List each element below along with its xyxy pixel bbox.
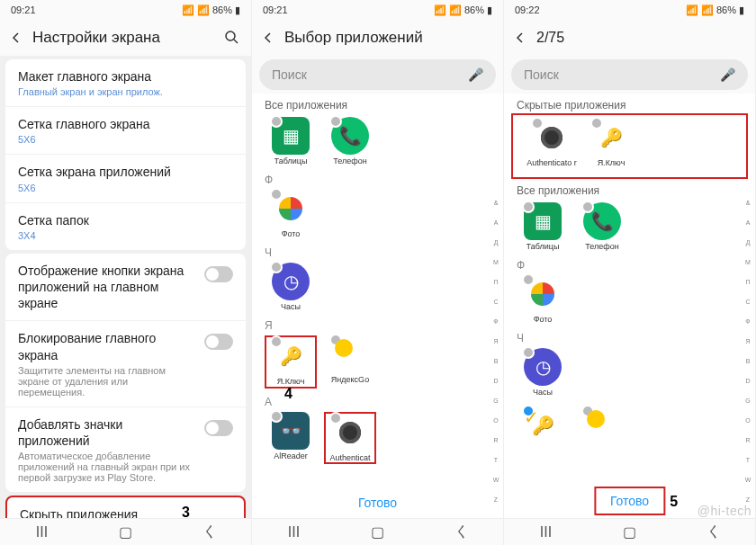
back-icon[interactable]	[515, 32, 526, 43]
app-yakey-checked[interactable]: ✓🔑	[517, 407, 569, 444]
select-dot[interactable]	[581, 201, 594, 213]
app-row: ▦Таблицы 📞Телефон	[504, 199, 755, 257]
back-icon[interactable]	[263, 32, 274, 43]
status-bar: 09:21 📶 📶 86% ▮	[0, 0, 251, 20]
status-time: 09:21	[263, 4, 288, 15]
nav-recents[interactable]: III	[537, 527, 555, 538]
setting-home-grid[interactable]: Сетка главного экрана5X6	[5, 107, 246, 155]
screen-hidden-apps: 09:22 📶📶86%▮ 2/75 Поиск 🎤 Скрытые прилож…	[504, 0, 756, 545]
section-all-apps: Все приложения	[252, 94, 503, 113]
setting-apps-button[interactable]: Отображение кнопки экрана приложений на …	[5, 254, 246, 322]
selection-count: 2/75	[536, 30, 564, 46]
toggle-off[interactable]	[204, 420, 233, 436]
content: Макет главного экранаГлавный экран и экр…	[0, 56, 251, 545]
select-dot-checked[interactable]: ✓	[522, 405, 535, 417]
screen-settings: 09:21 📶 📶 86% ▮ Настройки экрана Макет г…	[0, 0, 252, 545]
select-dot[interactable]	[590, 117, 603, 130]
watermark: @hi-tech	[698, 504, 752, 518]
app-row: Фото	[504, 272, 755, 330]
done-button[interactable]: Готово 5	[594, 487, 665, 515]
app-tables[interactable]: ▦Таблицы	[517, 202, 569, 252]
battery-icon: ▮	[235, 4, 240, 16]
app-yakey[interactable]: 🔑Я.Ключ	[265, 335, 317, 389]
nav-back[interactable]: く	[453, 527, 471, 538]
nav-back[interactable]: く	[705, 527, 723, 538]
alpha-index[interactable]: &АДМПСФЯBDGORTWZ	[490, 192, 501, 509]
app-phone[interactable]: 📞Телефон	[576, 202, 628, 252]
select-dot[interactable]	[270, 188, 283, 201]
nav-home[interactable]: ▢	[621, 527, 639, 538]
mic-icon[interactable]: 🎤	[468, 67, 483, 82]
battery-text: 86%	[464, 4, 484, 15]
section-hidden-apps: Скрытые приложения	[504, 94, 755, 113]
status-time: 09:21	[11, 4, 36, 15]
app-authenticator[interactable]: Authenticat	[324, 412, 376, 465]
app-phone[interactable]: 📞Телефон	[324, 117, 376, 166]
nav-home[interactable]: ▢	[117, 527, 135, 538]
select-dot[interactable]	[270, 335, 283, 348]
app-yandexgo[interactable]	[576, 407, 628, 444]
select-dot[interactable]	[581, 405, 594, 417]
app-clock[interactable]: ◷Часы	[517, 348, 569, 398]
select-dot[interactable]	[329, 334, 342, 346]
select-dot[interactable]	[270, 410, 283, 423]
setting-lock-home[interactable]: Блокирование главного экранаЗащитите эле…	[5, 321, 246, 407]
app-row: ▦Таблицы 📞Телефон	[252, 113, 503, 172]
status-right: 📶 📶 86% ▮	[182, 4, 240, 16]
battery-text: 86%	[716, 4, 736, 15]
select-dot[interactable]	[522, 201, 535, 213]
app-row: Authenticato r 🔑Я.Ключ	[513, 115, 746, 174]
select-dot[interactable]	[270, 261, 283, 273]
wifi-icon: 📶	[434, 4, 446, 16]
letter-f: Ф	[504, 257, 755, 272]
mic-icon[interactable]: 🎤	[720, 67, 735, 82]
letter-ya: Я	[252, 317, 503, 332]
done-button[interactable]: Готово	[344, 490, 411, 515]
search-input[interactable]: Поиск 🎤	[259, 59, 496, 90]
app-yandexgo[interactable]: ЯндексGo	[324, 335, 376, 389]
app-row: ✓🔑	[504, 403, 755, 450]
app-clock[interactable]: ◷Часы	[265, 263, 317, 312]
app-tables[interactable]: ▦Таблицы	[265, 117, 317, 166]
app-alreader[interactable]: 👓AlReader	[265, 412, 317, 465]
setting-add-icons[interactable]: Добавлять значки приложенийАвтоматическо…	[5, 407, 246, 492]
select-dot[interactable]	[522, 346, 535, 359]
search-placeholder: Поиск	[524, 67, 559, 82]
toggle-off[interactable]	[204, 334, 233, 350]
app-photos[interactable]: Фото	[517, 275, 569, 325]
nav-home[interactable]: ▢	[369, 527, 387, 538]
select-dot[interactable]	[270, 115, 283, 128]
navbar: III ▢ く	[504, 518, 755, 545]
setting-home-layout[interactable]: Макет главного экранаГлавный экран и экр…	[5, 59, 246, 107]
nav-recents[interactable]: III	[285, 527, 303, 538]
select-dot[interactable]	[522, 273, 535, 286]
select-dot[interactable]	[329, 412, 342, 424]
status-right: 📶📶86%▮	[434, 4, 492, 16]
select-dot[interactable]	[531, 117, 544, 130]
toggle-off[interactable]	[204, 266, 233, 282]
app-authenticator[interactable]: Authenticato r	[526, 119, 578, 168]
screen-select-apps: 09:21 📶📶86%▮ Выбор приложений Поиск 🎤 Вс…	[252, 0, 504, 545]
wifi-icon: 📶	[686, 4, 698, 16]
status-bar: 09:21 📶📶86%▮	[252, 0, 503, 20]
setting-folder-grid[interactable]: Сетка папок3X4	[5, 203, 246, 250]
alpha-index[interactable]: &АДМПСФЯBDGORTWZ	[742, 192, 753, 509]
app-row: 🔑Я.Ключ ЯндексGo 4	[252, 332, 503, 394]
back-icon[interactable]	[11, 32, 22, 43]
titlebar: Выбор приложений	[252, 20, 503, 56]
app-row: ◷Часы	[252, 259, 503, 317]
titlebar: 2/75	[504, 20, 755, 56]
search-input[interactable]: Поиск 🎤	[511, 59, 748, 90]
navbar: III ▢ く	[252, 518, 503, 545]
search-icon[interactable]	[224, 30, 240, 46]
nav-recents[interactable]: III	[33, 527, 51, 538]
select-dot[interactable]	[329, 115, 342, 128]
signal-icon: 📶	[197, 4, 210, 16]
app-yakey[interactable]: 🔑Я.Ключ	[585, 119, 637, 168]
card-layout: Макет главного экранаГлавный экран и экр…	[5, 59, 246, 250]
app-list: Все приложения ▦Таблицы 📞Телефон Ф Фото …	[252, 94, 503, 545]
nav-back[interactable]: く	[201, 527, 219, 538]
setting-apps-grid[interactable]: Сетка экрана приложений5X6	[5, 155, 246, 202]
app-photos[interactable]: Фото	[265, 190, 317, 239]
signal-icon: 📶	[701, 4, 714, 16]
